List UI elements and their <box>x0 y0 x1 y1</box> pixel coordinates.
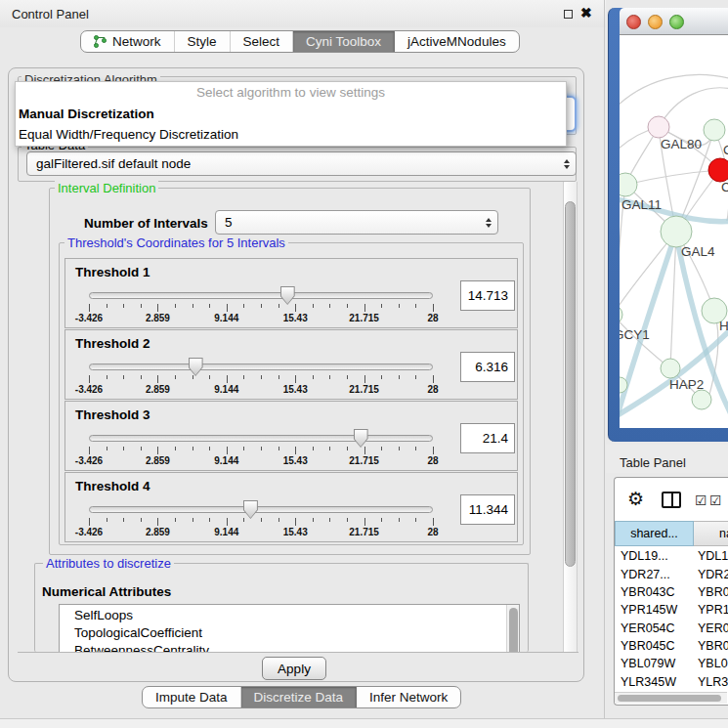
tab-infer-network[interactable]: Infer Network <box>357 687 460 707</box>
column-header-name[interactable]: na <box>694 521 728 546</box>
network-node-label: C <box>721 180 728 194</box>
network-node-green[interactable] <box>704 119 725 141</box>
tab-network[interactable]: Network <box>81 31 175 52</box>
interval-definition-group-title: Interval Definition <box>55 181 158 195</box>
threshold-value-field[interactable]: 6.316 <box>460 352 515 382</box>
slider-tick-labels: -3.4262.8599.14415.4321.71528 <box>89 455 433 467</box>
settings-gear-icon[interactable]: ⚙ <box>627 488 644 510</box>
network-node-green[interactable] <box>661 359 680 378</box>
thresholds-group-title: Threshold's Coordinates for 5 Intervals <box>64 236 288 250</box>
table-row[interactable]: YLR345WYLR3 <box>615 672 728 690</box>
tab-jactivemnodules[interactable]: jActiveMNodules <box>395 31 519 52</box>
number-of-intervals-label: Number of Intervals <box>84 216 208 231</box>
slider-thumb[interactable] <box>354 429 368 448</box>
threshold-label: Threshold 2 <box>75 336 150 351</box>
table-row[interactable]: YDR27...YDR2 <box>615 565 728 582</box>
number-of-intervals-combobox[interactable]: 5 <box>215 210 498 235</box>
slider-ticks <box>89 375 433 383</box>
slider-track[interactable] <box>89 435 433 442</box>
table-panel: ⚙ ☑ ☑ shared... na YDL19...YDL1YDR27...Y… <box>614 477 728 706</box>
network-node-label: HAP2 <box>669 377 704 392</box>
network-edge <box>625 170 720 185</box>
column-header-shared-name[interactable]: shared... <box>615 521 694 546</box>
threshold-value-field[interactable]: 14.713 <box>460 280 515 311</box>
network-node-pink[interactable] <box>648 116 669 138</box>
threshold-panel-4: Threshold 4-3.4262.8599.14415.4321.71528… <box>64 472 518 542</box>
control-panel-titlebar: Control Panel <box>0 0 606 27</box>
table-header: shared... na <box>615 521 728 546</box>
network-node-green[interactable] <box>661 216 692 247</box>
dropdown-option-equal-width[interactable]: Equal Width/Frequency Discretization <box>16 124 566 145</box>
threshold-label: Threshold 4 <box>75 479 150 493</box>
combo-arrows-icon <box>480 218 497 228</box>
network-node-green[interactable] <box>692 390 711 409</box>
slider-thumb[interactable] <box>189 358 203 376</box>
close-icon[interactable]: ✖ <box>580 5 592 21</box>
slider-tick-labels: -3.4262.8599.14415.4321.71528 <box>89 384 433 396</box>
slider-thumb[interactable] <box>243 500 258 519</box>
settings-scrollbar-thumb[interactable] <box>565 201 576 567</box>
network-canvas[interactable]: GAL80GAL...CGAL11GAL4GCY1HAHAP2 <box>620 35 728 428</box>
algorithm-dropdown-popup: Select algorithm to view settings Manual… <box>15 81 567 147</box>
column-layout-icon[interactable] <box>662 492 681 508</box>
table-toolbar: ⚙ ☑ ☑ <box>615 478 728 521</box>
cyni-bottom-tabs: Impute DataDiscretize DataInfer Network <box>142 686 461 708</box>
threshold-label: Threshold 1 <box>75 265 150 279</box>
threshold-panel-2: Threshold 2-3.4262.8599.14415.4321.71528… <box>64 329 518 400</box>
slider-thumb[interactable] <box>280 286 295 305</box>
table-rows: YDL19...YDL1YDR27...YDR2YBR043CYBR0YPR14… <box>615 547 728 692</box>
threshold-value-field[interactable]: 21.4 <box>460 423 515 453</box>
table-panel-titlebar: Table Panel <box>606 445 728 473</box>
network-icon <box>94 35 107 48</box>
number-of-intervals-value: 5 <box>216 215 480 230</box>
float-window-icon[interactable] <box>564 10 573 19</box>
slider-track[interactable] <box>89 292 433 299</box>
numerical-attributes-label: Numerical Attributes <box>42 584 171 599</box>
table-hscrollbar[interactable] <box>615 692 727 704</box>
tab-discretize-data[interactable]: Discretize Data <box>241 687 358 707</box>
tab-select[interactable]: Select <box>231 31 294 52</box>
dropdown-placeholder[interactable]: Select algorithm to view settings <box>16 82 566 104</box>
table-row[interactable]: YBL079WYBL0 <box>615 655 728 672</box>
network-edge <box>620 74 728 108</box>
combo-arrows-icon <box>558 159 576 169</box>
table-data-combobox[interactable]: galFiltered.sif default node <box>26 151 577 176</box>
slider-track[interactable] <box>89 364 433 370</box>
threshold-value-field[interactable]: 11.344 <box>460 494 515 525</box>
numerical-attributes-list[interactable]: SelfLoops TopologicalCoefficient Between… <box>59 604 520 652</box>
window-zoom-button[interactable] <box>669 15 684 29</box>
slider-ticks <box>89 518 433 526</box>
control-panel-title: Control Panel <box>12 7 89 21</box>
dock-bottom-strip <box>0 719 728 728</box>
attributes-group-title: Attributes to discretize <box>43 556 174 571</box>
table-data-value: galFiltered.sif default node <box>27 156 558 171</box>
list-scrollbar[interactable] <box>506 605 519 652</box>
network-node-label: GCY1 <box>620 327 650 342</box>
dropdown-option-manual[interactable]: Manual Discretization <box>16 104 566 124</box>
table-row[interactable]: YBR045CYBR0 <box>615 637 728 655</box>
table-row[interactable]: YBR043CYBR0 <box>615 583 728 601</box>
slider-ticks <box>89 447 433 454</box>
window-close-button[interactable] <box>626 15 641 29</box>
window-minimize-button[interactable] <box>648 15 663 29</box>
network-node-label: HA <box>719 319 728 333</box>
tab-impute-data[interactable]: Impute Data <box>143 687 241 707</box>
table-row[interactable]: YDL19...YDL1 <box>615 547 728 565</box>
network-node-label: GAL11 <box>621 197 662 212</box>
network-node-green[interactable] <box>620 305 622 324</box>
network-node-red[interactable] <box>708 158 728 182</box>
slider-tick-labels: -3.4262.8599.14415.4321.71528 <box>89 527 433 538</box>
apply-button[interactable]: Apply <box>262 657 326 680</box>
checkbox-none-icon[interactable]: ☑ <box>709 492 722 508</box>
slider-track[interactable] <box>89 506 433 513</box>
threshold-label: Threshold 3 <box>75 407 150 422</box>
slider-ticks <box>89 304 433 312</box>
table-row[interactable]: YPR145WYPR1 <box>615 601 728 619</box>
tab-cyni-toolbox[interactable]: Cyni Toolbox <box>293 31 395 52</box>
dock-divider <box>604 0 605 728</box>
tab-style[interactable]: Style <box>175 31 231 52</box>
threshold-panel-3: Threshold 3-3.4262.8599.14415.4321.71528… <box>64 401 518 471</box>
checkbox-all-icon[interactable]: ☑ <box>695 492 707 508</box>
control-panel-tabs: NetworkStyleSelectCyni ToolboxjActiveMNo… <box>80 30 520 53</box>
table-row[interactable]: YER054CYER0 <box>615 619 728 636</box>
